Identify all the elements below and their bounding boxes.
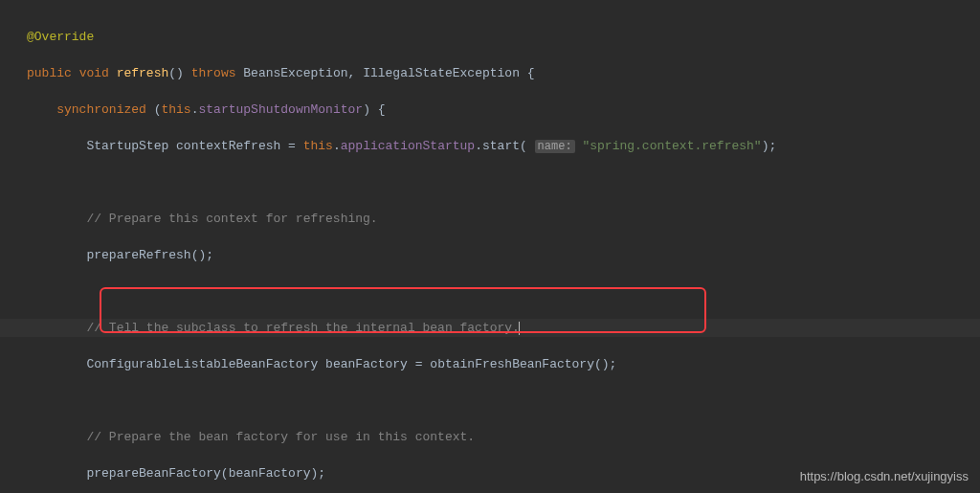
code-editor[interactable]: @Override public void refresh() throws B…	[0, 0, 980, 493]
code-line: // Prepare the bean factory for use in t…	[0, 428, 980, 446]
code-line: // Prepare this context for refreshing.	[0, 210, 980, 228]
code-line: @Override	[0, 28, 980, 46]
code-line: synchronized (this.startupShutdownMonito…	[0, 101, 980, 119]
code-line	[0, 392, 980, 410]
param-hint: name:	[535, 140, 575, 153]
annotation: @Override	[27, 30, 94, 44]
code-line-highlighted: // Tell the subclass to refresh the inte…	[0, 319, 980, 337]
code-line	[0, 282, 980, 301]
text-caret	[519, 322, 520, 335]
watermark-text: https://blog.csdn.net/xujingyiss	[800, 467, 969, 485]
method-refresh: refresh	[117, 66, 169, 80]
code-line: ConfigurableListableBeanFactory beanFact…	[0, 355, 980, 373]
code-line	[0, 173, 980, 191]
code-line: public void refresh() throws BeansExcept…	[0, 64, 980, 82]
code-line: prepareRefresh();	[0, 246, 980, 264]
code-line: StartupStep contextRefresh = this.applic…	[0, 137, 980, 155]
